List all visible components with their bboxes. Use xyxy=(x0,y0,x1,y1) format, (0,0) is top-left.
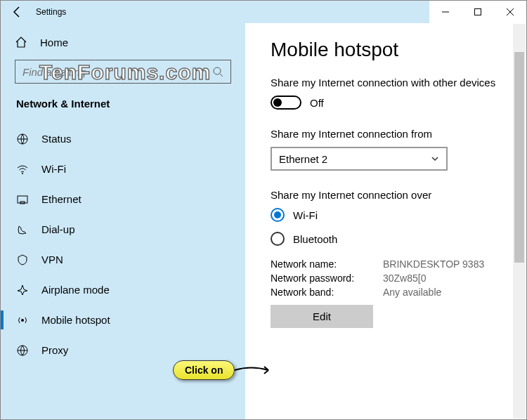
search-box[interactable] xyxy=(15,60,231,84)
radio-bluetooth-input[interactable] xyxy=(271,232,285,246)
airplane-icon xyxy=(16,284,29,296)
toggle-knob xyxy=(273,98,282,107)
search-input[interactable] xyxy=(22,66,212,78)
nav-list: Status Wi-Fi Ethernet Dial-up VPN xyxy=(15,124,231,365)
home-icon xyxy=(15,36,27,48)
wifi-icon xyxy=(16,163,29,176)
svg-rect-1 xyxy=(475,9,481,15)
sidebar-item-hotspot[interactable]: Mobile hotspot xyxy=(15,305,231,335)
dialup-icon xyxy=(16,223,29,236)
proxy-icon xyxy=(16,344,29,357)
sidebar-item-label: Wi-Fi xyxy=(41,163,66,175)
sidebar-item-label: Status xyxy=(41,133,72,145)
window-title: Settings xyxy=(33,7,429,17)
dropdown-value: Ethernet 2 xyxy=(279,153,327,165)
network-info: Network name: BRINKDESKTOP 9383 Network … xyxy=(271,258,507,298)
sidebar-item-vpn[interactable]: VPN xyxy=(15,244,231,275)
over-label: Share my Internet connection over xyxy=(271,189,507,201)
svg-point-7 xyxy=(22,173,23,174)
vpn-icon xyxy=(16,254,29,266)
home-label: Home xyxy=(40,37,68,48)
toggle-state: Off xyxy=(310,97,324,109)
sidebar-item-label: Airplane mode xyxy=(41,284,110,296)
page-title: Mobile hotspot xyxy=(271,39,507,61)
network-name-key: Network name: xyxy=(271,258,383,270)
radio-bluetooth[interactable]: Bluetooth xyxy=(271,232,507,246)
radio-bluetooth-label: Bluetooth xyxy=(293,233,337,245)
share-toggle[interactable] xyxy=(271,96,301,110)
home-nav[interactable]: Home xyxy=(15,36,231,48)
sidebar-item-label: VPN xyxy=(41,254,63,265)
status-icon xyxy=(16,133,29,145)
radio-wifi-input[interactable] xyxy=(271,208,285,222)
sidebar-item-dialup[interactable]: Dial-up xyxy=(15,214,231,244)
network-pass-key: Network password: xyxy=(271,273,383,284)
arrow-left-icon xyxy=(11,6,23,18)
settings-window: Settings Home Networ xyxy=(0,0,527,420)
sidebar-item-label: Dial-up xyxy=(41,223,75,235)
svg-line-5 xyxy=(220,74,223,77)
radio-wifi-label: Wi-Fi xyxy=(293,209,318,221)
share-toggle-row: Off xyxy=(271,96,507,110)
main-content: Mobile hotspot Share my Internet connect… xyxy=(245,23,526,419)
maximize-icon xyxy=(474,8,481,15)
hotspot-icon xyxy=(16,314,29,327)
share-toggle-label: Share my Internet connection with other … xyxy=(271,77,507,88)
back-button[interactable] xyxy=(1,1,33,23)
close-button[interactable] xyxy=(494,1,526,23)
sidebar-item-wifi[interactable]: Wi-Fi xyxy=(15,154,231,184)
minimize-button[interactable] xyxy=(429,1,462,23)
close-icon xyxy=(507,8,514,15)
connection-from-dropdown[interactable]: Ethernet 2 xyxy=(271,147,448,171)
sidebar-item-ethernet[interactable]: Ethernet xyxy=(15,184,231,214)
network-band-key: Network band: xyxy=(271,287,383,298)
callout-arrow-icon xyxy=(233,360,275,381)
ethernet-icon xyxy=(16,193,29,206)
radio-wifi[interactable]: Wi-Fi xyxy=(271,208,507,222)
annotation-callout: Click on xyxy=(173,360,275,381)
minimize-icon xyxy=(442,8,449,15)
chevron-down-icon xyxy=(431,155,439,163)
svg-point-10 xyxy=(21,319,24,322)
sidebar-item-label: Mobile hotspot xyxy=(41,314,110,326)
svg-point-4 xyxy=(214,67,221,74)
vertical-scrollbar[interactable] xyxy=(513,24,526,419)
search-icon xyxy=(212,66,223,77)
category-header: Network & Internet xyxy=(15,98,231,110)
sidebar-item-status[interactable]: Status xyxy=(15,124,231,154)
scrollbar-thumb[interactable] xyxy=(514,52,524,263)
network-band-val: Any available xyxy=(383,287,507,298)
sidebar-item-label: Ethernet xyxy=(41,193,82,205)
from-label: Share my Internet connection from xyxy=(271,128,507,140)
network-pass-val: 30Zw85[0 xyxy=(383,273,507,284)
sidebar-item-airplane[interactable]: Airplane mode xyxy=(15,275,231,305)
sidebar-item-label: Proxy xyxy=(41,344,68,356)
maximize-button[interactable] xyxy=(462,1,494,23)
network-name-val: BRINKDESKTOP 9383 xyxy=(383,258,507,270)
titlebar: Settings xyxy=(1,1,526,23)
window-controls xyxy=(429,1,526,23)
callout-text: Click on xyxy=(173,360,235,380)
edit-button[interactable]: Edit xyxy=(271,305,373,328)
